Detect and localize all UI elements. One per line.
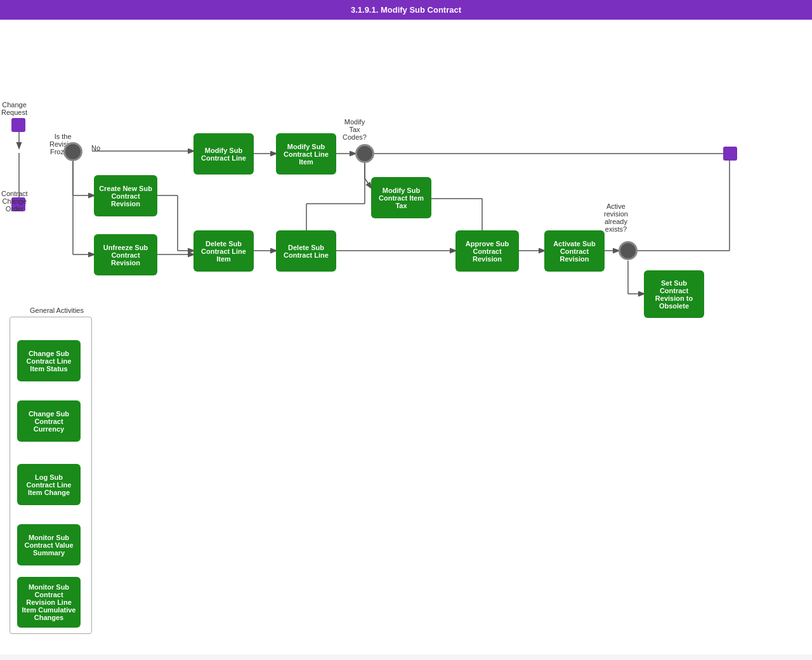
- modify-sub-contract-line-item[interactable]: Modify Sub Contract Line Item: [276, 133, 336, 175]
- set-sub-contract-revision-obsolete[interactable]: Set Sub Contract Revision to Obsolete: [644, 270, 704, 318]
- svg-line-7: [365, 178, 371, 188]
- monitor-sub-contract-revision-line-item[interactable]: Monitor Sub Contract Revision Line Item …: [17, 577, 81, 628]
- create-new-sub-contract-revision[interactable]: Create New Sub Contract Revision: [94, 175, 157, 216]
- contract-change-order-label: Contract Change Order: [1, 190, 28, 213]
- tax-gateway: [355, 144, 374, 163]
- change-request-node: [11, 118, 25, 132]
- unfreeze-sub-contract-revision[interactable]: Unfreeze Sub Contract Revision: [94, 234, 157, 275]
- change-sub-contract-currency[interactable]: Change Sub Contract Currency: [17, 400, 81, 442]
- no-label: No: [91, 144, 100, 152]
- modify-sub-contract-line[interactable]: Modify Sub Contract Line: [193, 133, 254, 175]
- approve-sub-contract-revision[interactable]: Approve Sub Contract Revision: [455, 230, 519, 272]
- arrows-svg: [0, 20, 812, 654]
- diagram-canvas: Change Request Contract Change Order Is …: [0, 20, 812, 654]
- title-bar: 3.1.9.1. Modify Sub Contract: [0, 0, 812, 20]
- activate-sub-contract-revision[interactable]: Activate Sub Contract Revision: [544, 230, 605, 272]
- frozen-gateway: [63, 142, 82, 161]
- change-sub-contract-line-item-status[interactable]: Change Sub Contract Line Item Status: [17, 340, 81, 381]
- active-revision-label: Active revision already exists?: [604, 202, 628, 233]
- active-revision-gateway: [619, 241, 638, 260]
- change-request-label: Change Request: [1, 101, 27, 116]
- modify-sub-contract-item-tax[interactable]: Modify Sub Contract Item Tax: [371, 177, 431, 218]
- log-sub-contract-line-item-change[interactable]: Log Sub Contract Line Item Change: [17, 464, 81, 505]
- delete-sub-contract-line[interactable]: Delete Sub Contract Line: [276, 230, 336, 272]
- modify-tax-codes-label: Modify Tax Codes?: [343, 118, 367, 141]
- general-activities-label: General Activities: [30, 307, 84, 314]
- delete-sub-contract-line-item[interactable]: Delete Sub Contract Line Item: [193, 230, 254, 272]
- title-text: 3.1.9.1. Modify Sub Contract: [351, 5, 461, 15]
- monitor-sub-contract-value-summary[interactable]: Monitor Sub Contract Value Summary: [17, 524, 81, 565]
- end-node: [723, 147, 737, 161]
